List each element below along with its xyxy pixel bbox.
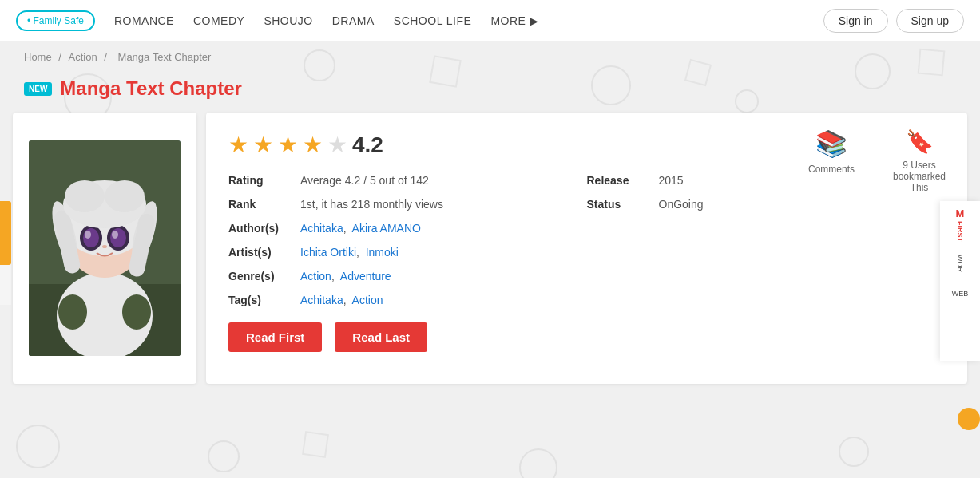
info-right: Release 2015 Status OnGoing [587, 174, 946, 306]
read-last-button[interactable]: Read Last [335, 322, 427, 352]
tags-label: Tag(s) [228, 294, 292, 306]
genres-value: Action, Adventure [300, 270, 391, 282]
rating-label: Rating [228, 174, 292, 187]
read-first-button[interactable]: Read First [228, 322, 322, 352]
svg-point-23 [102, 245, 107, 248]
authors-value: Achitaka, Akira AMANO [300, 222, 421, 235]
artists-label: Artist(s) [228, 246, 292, 259]
info-left: Rating Average 4.2 / 5 out of 142 Rank 1… [228, 174, 587, 306]
comments-label: Comments [808, 164, 855, 175]
side-right-panel: M FIRST WOR WEB [940, 201, 980, 361]
side-right-wor: WOR [956, 255, 964, 279]
status-label: Status [587, 198, 651, 211]
star-2: ★ [253, 132, 273, 158]
info-table: Rating Average 4.2 / 5 out of 142 Rank 1… [228, 174, 945, 306]
auth-buttons: Sign in Sign up [823, 9, 964, 33]
nav-drama[interactable]: DRAMA [332, 14, 375, 27]
svg-point-21 [85, 231, 91, 239]
star-3: ★ [278, 132, 298, 158]
side-left-panel [0, 201, 11, 265]
svg-point-3 [58, 294, 87, 330]
star-5: ★ [327, 132, 347, 158]
main-grid: ★ ★ ★ ★ ★ 4.2 Rating Average 4.2 / 5 out… [0, 113, 980, 400]
nav-romance[interactable]: ROMANCE [114, 14, 174, 27]
rating-row: Rating Average 4.2 / 5 out of 142 [228, 174, 587, 187]
svg-point-20 [110, 228, 126, 247]
side-right-first: FIRST [956, 221, 964, 253]
cover-artwork [29, 140, 181, 356]
breadcrumb-home[interactable]: Home [24, 51, 52, 63]
orange-circle [958, 408, 980, 430]
rank-row: Rank 1st, it has 218 monthly views [228, 198, 587, 211]
actions-row: Read First Read Last [228, 322, 945, 352]
tag-1[interactable]: Action [352, 294, 383, 306]
bookmarks-item[interactable]: 🔖 9 Users bookmarked This [887, 128, 951, 193]
rank-label: Rank [228, 198, 292, 211]
artists-row: Artist(s) Ichita Ortiki, Inmoki [228, 246, 587, 259]
release-label: Release [587, 174, 651, 187]
breadcrumb-current: Manga Text Chapter [118, 51, 212, 63]
svg-point-22 [112, 231, 118, 239]
status-value: OnGoing [659, 198, 704, 211]
content-area: M FIRST WOR WEB Home / Action / Manga Te… [0, 41, 980, 478]
star-1: ★ [228, 132, 248, 158]
bookmarks-label: 9 Users bookmarked This [887, 160, 951, 193]
comments-icon: 📚 [815, 128, 847, 159]
svg-point-25 [65, 180, 105, 212]
side-right-m: M [956, 207, 965, 219]
details-card: ★ ★ ★ ★ ★ 4.2 Rating Average 4.2 / 5 out… [206, 113, 967, 384]
sign-up-button[interactable]: Sign up [896, 9, 964, 33]
author-1[interactable]: Akira AMANO [352, 222, 421, 235]
author-0[interactable]: Achitaka [300, 222, 343, 235]
svg-point-26 [105, 180, 145, 212]
rank-value: 1st, it has 218 monthly views [300, 198, 443, 211]
nav-shoujo[interactable]: SHOUJO [264, 14, 312, 27]
side-right-web: WEB [952, 290, 969, 298]
cover-card [13, 113, 196, 384]
page-title-row: NEW Manga Text Chapter [0, 73, 980, 113]
svg-point-19 [83, 228, 99, 247]
genres-row: Genre(s) Action, Adventure [228, 270, 587, 282]
tag-0[interactable]: Achitaka [300, 294, 343, 306]
artists-value: Ichita Ortiki, Inmoki [300, 246, 399, 259]
page-title: Manga Text Chapter [60, 77, 242, 100]
star-4: ★ [303, 132, 323, 158]
nav-comedy[interactable]: COMEDY [193, 14, 244, 27]
artist-0[interactable]: Ichita Ortiki [300, 246, 356, 259]
bookmark-divider [871, 128, 871, 176]
sign-in-button[interactable]: Sign in [823, 9, 888, 33]
breadcrumb: Home / Action / Manga Text Chapter [0, 41, 980, 73]
release-value: 2015 [659, 174, 684, 187]
artist-1[interactable]: Inmoki [366, 246, 399, 259]
tags-value: Achitaka, Action [300, 294, 383, 306]
social-section: 📚 Comments 🔖 9 Users bookmarked This [808, 128, 951, 193]
navbar: • Family Safe ROMANCE COMEDY SHOUJO DRAM… [0, 0, 980, 41]
rating-number: 4.2 [352, 132, 383, 158]
family-safe-button[interactable]: • Family Safe [16, 10, 95, 31]
genre-0[interactable]: Action [300, 270, 331, 282]
nav-links: ROMANCE COMEDY SHOUJO DRAMA SCHOOL LIFE … [114, 14, 804, 27]
nav-more[interactable]: MORE ▶ [490, 14, 538, 27]
status-row: Status OnGoing [587, 198, 946, 211]
cover-image [29, 140, 181, 356]
new-badge: NEW [24, 82, 52, 96]
bookmark-icon: 🔖 [906, 128, 934, 155]
authors-row: Author(s) Achitaka, Akira AMANO [228, 222, 587, 235]
rating-value: Average 4.2 / 5 out of 142 [300, 174, 429, 187]
tags-row: Tag(s) Achitaka, Action [228, 294, 587, 306]
nav-school-life[interactable]: SCHOOL LIFE [394, 14, 472, 27]
genres-label: Genre(s) [228, 270, 292, 282]
svg-point-4 [122, 294, 151, 330]
genre-1[interactable]: Adventure [340, 270, 391, 282]
authors-label: Author(s) [228, 222, 292, 235]
comments-item[interactable]: 📚 Comments [808, 128, 855, 175]
breadcrumb-action[interactable]: Action [69, 51, 97, 63]
